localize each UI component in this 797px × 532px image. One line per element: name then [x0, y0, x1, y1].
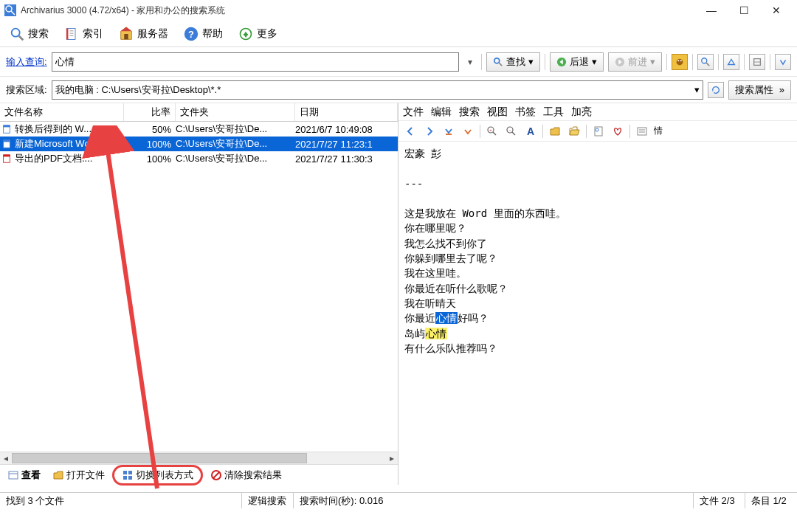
font-icon[interactable]: A — [523, 124, 538, 139]
dropdown-icon[interactable]: ▾ — [463, 57, 477, 67]
tool-icon-4[interactable] — [749, 54, 765, 70]
svg-line-4 — [19, 35, 24, 40]
svg-rect-47 — [638, 128, 646, 135]
menu-item[interactable]: 书签 — [515, 106, 536, 119]
page-icon[interactable] — [591, 124, 606, 139]
list-icon[interactable] — [635, 124, 649, 139]
status-found: 找到 3 个文件 — [0, 493, 242, 508]
help-tab[interactable]: ?帮助 — [179, 24, 227, 44]
search-props-button[interactable]: 搜索属性 » — [728, 80, 791, 100]
preview-toolbar: + - A 情 — [398, 121, 797, 142]
col-folder[interactable]: 文件夹 — [176, 103, 295, 121]
more-icon — [238, 26, 254, 42]
svg-point-19 — [680, 60, 682, 61]
forward-button: 前进 ▾ — [608, 52, 662, 72]
highlight-yellow: 心情 — [425, 328, 447, 339]
scope-refresh-icon[interactable] — [708, 82, 724, 98]
back-button[interactable]: 后退 ▾ — [550, 52, 604, 72]
horizontal-scrollbar[interactable]: ◂ ▸ — [0, 452, 398, 464]
svg-point-3 — [12, 28, 20, 36]
tool-icon-1[interactable] — [672, 54, 688, 70]
statusbar: 找到 3 个文件 逻辑搜索 搜索时间(秒): 0.016 文件 2/3 条目 1… — [0, 492, 797, 508]
svg-rect-35 — [128, 476, 132, 480]
index-tab[interactable]: 索引 — [59, 24, 108, 44]
scope-label: 搜索区域: — [6, 83, 47, 97]
query-input[interactable] — [52, 52, 459, 72]
menu-item[interactable]: 编辑 — [431, 106, 452, 119]
arrow-right-icon[interactable] — [422, 124, 437, 139]
svg-text:?: ? — [188, 28, 194, 39]
menu-item[interactable]: 视图 — [487, 106, 508, 119]
open-file-button[interactable]: 打开文件 — [48, 467, 109, 483]
folder-icon[interactable] — [548, 124, 562, 139]
titlebar: Archivarius 3000 (4.72/x64) - 家用和办公的搜索系统… — [0, 0, 797, 21]
arrow-left-icon[interactable] — [403, 124, 418, 139]
col-date[interactable]: 日期 — [295, 103, 398, 121]
table-row[interactable]: 新建Microsoft Wo...100%C:\Users\安哥拉\De...2… — [0, 137, 398, 151]
more-tab[interactable]: 更多 — [233, 24, 282, 44]
table-row[interactable]: 转换后得到的 W...50%C:\Users\安哥拉\De...2021/6/7… — [0, 122, 398, 137]
svg-rect-27 — [4, 140, 10, 142]
col-rate[interactable]: 比率 — [124, 103, 176, 121]
svg-rect-30 — [9, 471, 18, 479]
preview-menubar: 文件编辑搜索视图书签工具加亮 — [398, 103, 797, 121]
highlight-blue: 心情 — [435, 312, 458, 324]
main-toolbar: 搜索 索引 服务器 ?帮助 更多 — [0, 21, 797, 47]
arrow-down-icon[interactable] — [460, 124, 475, 139]
scope-select[interactable]: 我的电脑 : C:\Users\安哥拉\Desktop\*.*▾ — [52, 80, 704, 100]
results-pane: 文件名称 比率 文件夹 日期 转换后得到的 W...50%C:\Users\安哥… — [0, 103, 398, 485]
zoom-in-icon[interactable]: + — [485, 124, 500, 139]
svg-line-40 — [493, 132, 496, 135]
svg-rect-29 — [4, 155, 10, 157]
window-title: Archivarius 3000 (4.72/x64) - 家用和办公的搜索系统 — [21, 4, 695, 17]
toggle-list-button[interactable]: 切换列表方式 — [112, 465, 203, 486]
close-button[interactable]: ✕ — [760, 0, 793, 21]
preview-content[interactable]: 宏豪 彭 --- 这是我放在 Word 里面的东西哇。 你在哪里呢？ 我怎么找不… — [398, 142, 797, 485]
status-file: 文件 2/3 — [694, 493, 745, 508]
arrow-down-end-icon[interactable] — [441, 124, 456, 139]
svg-text:-: - — [509, 128, 511, 132]
chevron-down-icon: ▾ — [694, 84, 700, 95]
minimize-button[interactable]: — — [695, 0, 728, 21]
results-toolbar: 查看 打开文件 切换列表方式 清除搜索结果 — [0, 464, 398, 485]
app-icon — [4, 4, 16, 16]
svg-point-18 — [677, 60, 679, 61]
svg-point-13 — [494, 58, 500, 63]
table-row[interactable]: 导出的PDF文档....100%C:\Users\安哥拉\De...2021/7… — [0, 151, 398, 166]
status-time: 搜索时间(秒): 0.016 — [294, 493, 694, 508]
zoom-out-icon[interactable]: - — [504, 124, 519, 139]
open-icon[interactable] — [567, 124, 582, 139]
find-button[interactable]: 查找 ▾ — [486, 52, 540, 72]
svg-rect-34 — [123, 476, 127, 480]
server-tab[interactable]: 服务器 — [114, 24, 173, 44]
table-body[interactable]: 转换后得到的 W...50%C:\Users\安哥拉\De...2021/6/7… — [0, 122, 398, 452]
tool-icon-2[interactable] — [697, 54, 714, 70]
tool-icon-5[interactable] — [775, 54, 791, 70]
server-icon — [118, 26, 134, 42]
menu-item[interactable]: 工具 — [543, 106, 564, 119]
clear-results-button[interactable]: 清除搜索结果 — [206, 467, 286, 483]
help-icon: ? — [183, 26, 199, 42]
col-name[interactable]: 文件名称 — [0, 103, 124, 121]
menu-item[interactable]: 文件 — [403, 106, 424, 119]
menu-item[interactable]: 搜索 — [459, 106, 480, 119]
view-button[interactable]: 查看 — [3, 467, 45, 483]
maximize-button[interactable]: ☐ — [728, 0, 760, 21]
menu-item[interactable]: 加亮 — [571, 106, 592, 119]
search-tab[interactable]: 搜索 — [4, 24, 53, 44]
svg-line-14 — [499, 62, 502, 65]
tool-icon-3[interactable] — [723, 54, 739, 70]
scope-bar: 搜索区域: 我的电脑 : C:\Users\安哥拉\Desktop\*.*▾ 搜… — [0, 77, 797, 103]
status-item: 条目 1/2 — [745, 493, 797, 508]
svg-line-21 — [706, 62, 709, 65]
svg-point-17 — [677, 58, 683, 65]
query-bar: 输入查询: ▾ 查找 ▾ 后退 ▾ 前进 ▾ — [0, 47, 797, 77]
svg-text:+: + — [489, 128, 492, 132]
query-label[interactable]: 输入查询: — [6, 55, 47, 69]
index-icon — [63, 26, 80, 42]
heart-label: 情 — [654, 125, 663, 137]
svg-line-37 — [213, 472, 219, 478]
svg-point-20 — [702, 58, 707, 63]
heart-icon[interactable] — [610, 124, 625, 139]
svg-rect-25 — [4, 125, 10, 128]
